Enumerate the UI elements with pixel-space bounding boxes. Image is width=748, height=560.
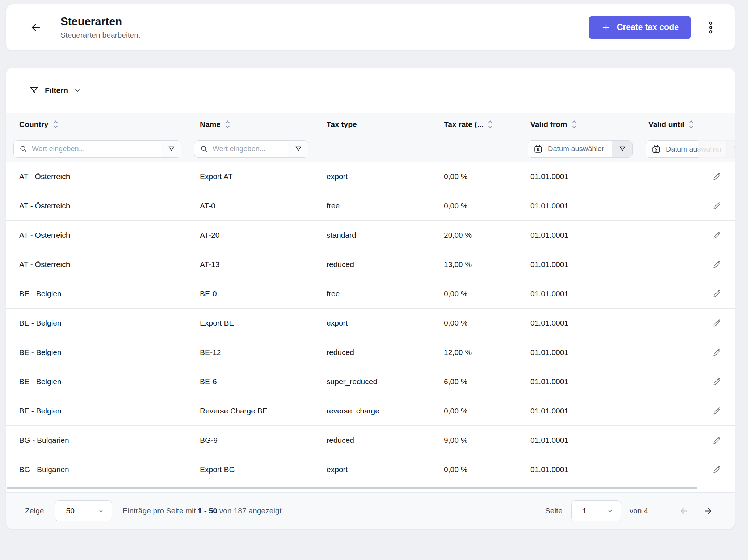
country-filter-input[interactable] xyxy=(27,141,161,157)
table-header-row: Country Name Tax type Tax rate (... Vali… xyxy=(6,113,735,136)
cell-tax-rate: 9,00 % xyxy=(438,436,525,445)
column-label: Name xyxy=(200,120,220,129)
sort-icon[interactable] xyxy=(53,119,58,130)
pencil-icon xyxy=(712,464,722,475)
column-label: Tax rate (... xyxy=(444,120,483,129)
create-tax-code-button[interactable]: Create tax code xyxy=(589,16,691,39)
filter-bar: Filtern xyxy=(6,68,735,113)
edit-row-button[interactable] xyxy=(709,432,725,448)
cell-valid-from: 01.01.0001 xyxy=(525,407,643,415)
funnel-icon xyxy=(294,145,302,153)
table-row[interactable]: BE - Belgien BE-0 free 0,00 % 01.01.0001 xyxy=(6,279,735,309)
name-filter-funnel-button[interactable] xyxy=(288,141,308,157)
cell-name: Export BG xyxy=(194,465,321,474)
edit-row-button[interactable] xyxy=(709,227,725,243)
edit-row-button[interactable] xyxy=(709,286,725,302)
edit-row-button[interactable] xyxy=(709,344,725,360)
calendar-gte-icon xyxy=(646,145,661,154)
cell-tax-type: export xyxy=(321,465,438,474)
horizontal-scrollbar[interactable] xyxy=(7,487,697,489)
cell-tax-type: export xyxy=(321,172,438,181)
column-header-name[interactable]: Name xyxy=(194,119,321,130)
cell-tax-type: reduced xyxy=(321,436,438,445)
column-label: Valid from xyxy=(530,120,567,129)
page-size-select[interactable]: 50 xyxy=(55,500,112,521)
page-value: 1 xyxy=(583,506,587,515)
previous-page-button[interactable] xyxy=(676,503,692,519)
cell-country: BE - Belgien xyxy=(6,377,194,386)
edit-row-button[interactable] xyxy=(709,315,725,331)
column-label: Tax type xyxy=(327,120,357,129)
cell-name: BE-0 xyxy=(194,289,321,298)
cell-country: BG - Bulgarien xyxy=(6,465,194,474)
table-row[interactable]: AT - Österreich Export AT export 0,00 % … xyxy=(6,162,735,191)
cell-country: BE - Belgien xyxy=(6,348,194,357)
cell-valid-from: 01.01.0001 xyxy=(525,465,643,474)
valid-from-filter-funnel-button[interactable] xyxy=(612,141,632,157)
arrow-left-icon xyxy=(30,21,42,34)
cell-tax-rate: 6,00 % xyxy=(438,377,525,386)
column-header-country[interactable]: Country xyxy=(6,119,194,130)
sort-icon[interactable] xyxy=(572,119,577,130)
table-row[interactable]: BE - Belgien BE-6 super_reduced 6,00 % 0… xyxy=(6,367,735,396)
cell-valid-from: 01.01.0001 xyxy=(525,377,643,386)
edit-row-button[interactable] xyxy=(709,374,725,390)
page-select[interactable]: 1 xyxy=(571,500,621,521)
sort-icon[interactable] xyxy=(689,119,694,130)
table-row[interactable]: AT - Österreich AT-0 free 0,00 % 01.01.0… xyxy=(6,191,735,221)
cell-tax-type: reduced xyxy=(321,348,438,357)
edit-row-button[interactable] xyxy=(709,256,725,272)
cell-tax-rate: 0,00 % xyxy=(438,319,525,327)
country-filter-funnel-button[interactable] xyxy=(161,141,181,157)
valid-from-date-filter[interactable]: Datum auswähler xyxy=(528,140,633,158)
pencil-icon xyxy=(712,347,722,357)
entries-summary: Einträge pro Seite mit 1 - 50 von 187 an… xyxy=(123,506,282,515)
name-filter-input[interactable] xyxy=(208,141,288,157)
column-header-tax-rate[interactable]: Tax rate (... xyxy=(438,119,525,130)
table-row[interactable]: BE - Belgien Reverse Charge BE reverse_c… xyxy=(6,396,735,426)
cell-tax-type: export xyxy=(321,319,438,327)
cell-valid-from: 01.01.0001 xyxy=(525,260,643,269)
cell-tax-type: standard xyxy=(321,231,438,239)
table-row[interactable]: BG - Bulgarien BG-9 reduced 9,00 % 01.01… xyxy=(6,426,735,455)
cell-country: AT - Österreich xyxy=(6,172,194,181)
cell-tax-type: super_reduced xyxy=(321,377,438,386)
table-row[interactable]: AT - Österreich AT-13 reduced 13,00 % 01… xyxy=(6,250,735,279)
filter-bar-label: Filtern xyxy=(45,86,68,95)
back-button[interactable] xyxy=(29,20,43,35)
edit-column-header xyxy=(698,113,735,136)
sort-icon[interactable] xyxy=(225,119,230,130)
cell-valid-from: 01.01.0001 xyxy=(525,201,643,210)
sort-icon[interactable] xyxy=(488,119,493,130)
edit-row-button[interactable] xyxy=(709,462,725,478)
column-header-valid-from[interactable]: Valid from xyxy=(525,119,643,130)
column-label: Valid until xyxy=(648,120,684,129)
page-header-card: Steuerarten Steuerarten bearbeiten. Crea… xyxy=(6,4,735,51)
table-row[interactable]: BE - Belgien BE-12 reduced 12,00 % 01.01… xyxy=(6,338,735,367)
next-page-button[interactable] xyxy=(700,503,716,519)
pencil-icon xyxy=(712,318,722,328)
cell-country: BE - Belgien xyxy=(6,407,194,415)
funnel-icon xyxy=(167,145,175,153)
edit-row-button[interactable] xyxy=(709,198,725,214)
pencil-icon xyxy=(712,259,722,270)
cell-tax-rate: 0,00 % xyxy=(438,201,525,210)
column-header-tax-type: Tax type xyxy=(321,120,438,129)
cell-name: Export BE xyxy=(194,319,321,327)
cell-valid-from: 01.01.0001 xyxy=(525,348,643,357)
context-menu-button[interactable] xyxy=(707,20,714,35)
edit-row-button[interactable] xyxy=(709,169,725,184)
plus-icon xyxy=(601,22,611,33)
pagination-footer: Zeige 50 Einträge pro Seite mit 1 - 50 v… xyxy=(6,492,735,529)
cell-name: BE-6 xyxy=(194,377,321,386)
cell-tax-rate: 20,00 % xyxy=(438,231,525,239)
pencil-icon xyxy=(712,230,722,240)
column-header-valid-until[interactable]: Valid until xyxy=(643,119,698,130)
edit-row-button[interactable] xyxy=(709,403,725,419)
table-body: AT - Österreich Export AT export 0,00 % … xyxy=(6,162,735,484)
table-row[interactable]: BG - Bulgarien Export BG export 0,00 % 0… xyxy=(6,455,735,484)
table-row[interactable]: AT - Österreich AT-20 standard 20,00 % 0… xyxy=(6,221,735,250)
cell-tax-type: reverse_charge xyxy=(321,407,438,415)
table-row[interactable]: BE - Belgien Export BE export 0,00 % 01.… xyxy=(6,309,735,338)
filter-expand-button[interactable] xyxy=(74,87,81,94)
